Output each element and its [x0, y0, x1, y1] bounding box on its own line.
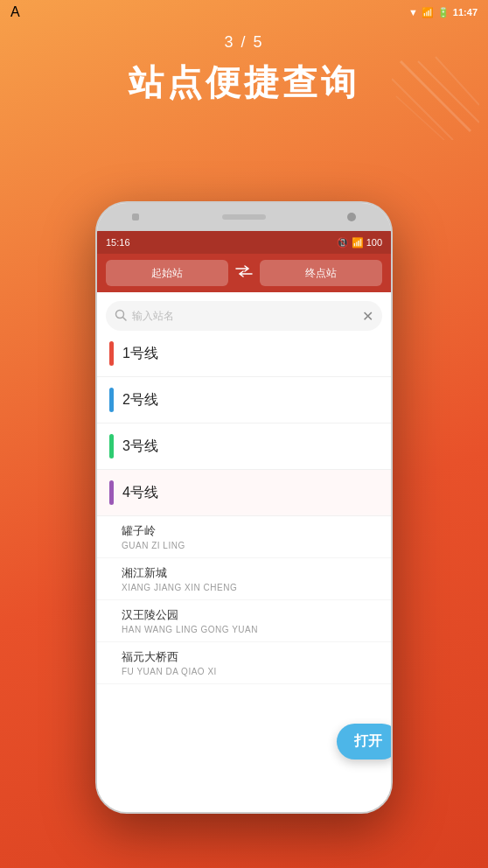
- search-placeholder: 输入站名: [132, 309, 357, 324]
- phone-earpiece: [132, 214, 139, 220]
- station-item-3[interactable]: 汉王陵公园 HAN WANG LING GONG YUAN: [97, 600, 391, 642]
- svg-line-2: [436, 57, 479, 105]
- search-box[interactable]: 输入站名 ✕: [106, 301, 382, 331]
- station-cn-4: 福元大桥西: [122, 649, 379, 665]
- line2-color: [109, 388, 114, 412]
- end-station-button[interactable]: 终点站: [260, 260, 382, 286]
- app-status-bar: 15:16 📵 📶 100: [97, 231, 391, 254]
- line4-label: 4号线: [122, 484, 158, 502]
- pagination-indicator: 3 / 5: [0, 33, 488, 52]
- station-cn-3: 汉王陵公园: [122, 607, 379, 623]
- search-icon: [115, 309, 127, 324]
- line-item-3[interactable]: 3号线: [97, 424, 391, 470]
- svg-line-0: [401, 61, 471, 131]
- svg-line-6: [123, 317, 127, 320]
- line3-label: 3号线: [122, 438, 158, 456]
- close-search-button[interactable]: ✕: [362, 308, 373, 325]
- line4-color: [109, 480, 114, 505]
- station-cn-1: 罐子岭: [122, 523, 379, 539]
- station-cn-2: 湘江新城: [122, 565, 379, 581]
- status-right-group: ▼ 📶 🔋 11:47: [408, 7, 478, 18]
- decoration-lines: [392, 52, 479, 140]
- station-en-4: FU YUAN DA QIAO XI: [122, 667, 379, 676]
- line-item-4[interactable]: 4号线: [97, 470, 391, 516]
- line1-label: 1号线: [122, 345, 158, 363]
- station-en-2: XIANG JIANG XIN CHENG: [122, 583, 379, 592]
- swap-icon[interactable]: [235, 265, 253, 281]
- system-status-bar: A ▼ 📶 🔋 11:47: [0, 0, 488, 24]
- phone-top-bar: [97, 203, 391, 231]
- phone-camera: [347, 213, 356, 221]
- phone-speaker: [222, 214, 266, 220]
- svg-line-4: [396, 96, 444, 140]
- station-en-3: HAN WANG LING GONG YUAN: [122, 625, 379, 634]
- app-time: 15:16: [106, 237, 130, 248]
- pagination-text: 3 / 5: [224, 33, 263, 51]
- battery-icon: 🔋: [437, 7, 450, 18]
- wifi-icon: 📶: [422, 7, 434, 18]
- route-bar: 起始站 终点站: [97, 254, 391, 292]
- status-left-icon: A: [10, 4, 20, 20]
- clock: 11:47: [453, 7, 478, 18]
- line1-color: [109, 341, 114, 366]
- search-container: 输入站名 ✕: [97, 292, 391, 331]
- open-button[interactable]: 打开: [337, 724, 393, 760]
- start-station-button[interactable]: 起始站: [106, 260, 228, 286]
- station-item-2[interactable]: 湘江新城 XIANG JIANG XIN CHENG: [97, 558, 391, 600]
- line-item-2[interactable]: 2号线: [97, 377, 391, 424]
- station-en-1: GUAN ZI LING: [122, 541, 379, 550]
- phone-mockup: 15:16 📵 📶 100 起始站 终点站: [95, 201, 393, 814]
- signal-icon: ▼: [408, 7, 418, 18]
- line2-label: 2号线: [122, 391, 158, 410]
- line-item-1[interactable]: 1号线: [97, 331, 391, 377]
- line3-color: [109, 434, 114, 458]
- station-item-1[interactable]: 罐子岭 GUAN ZI LING: [97, 516, 391, 558]
- station-item-4[interactable]: 福元大桥西 FU YUAN DA QIAO XI: [97, 642, 391, 684]
- app-status-icons: 📵 📶 100: [337, 237, 382, 248]
